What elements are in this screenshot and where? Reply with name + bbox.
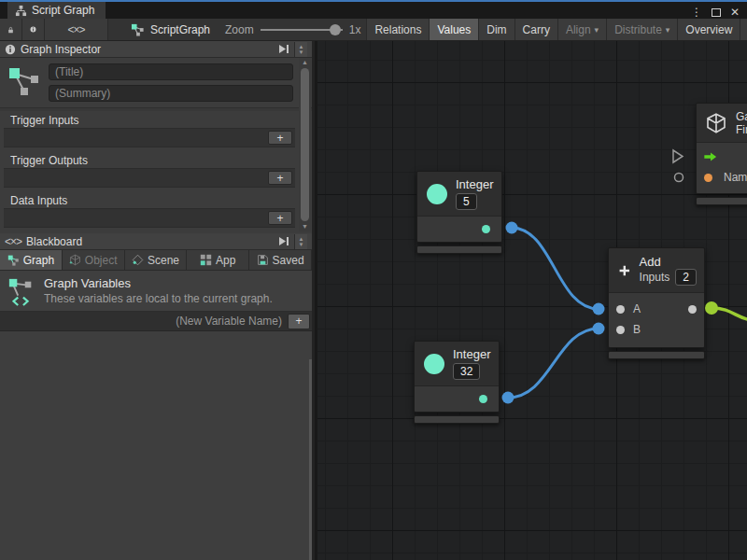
graph-reference[interactable]: ScriptGraph [121, 19, 219, 40]
node-method-label: Find [736, 123, 747, 136]
output-port-row [415, 386, 499, 412]
graph-variables-header: Graph Variables These variables are loca… [0, 271, 312, 312]
blackboard-glyph-icon: <×> [5, 235, 21, 248]
wire-add-output[interactable] [712, 308, 747, 320]
node-footer [414, 415, 500, 424]
script-graph-icon [131, 22, 145, 36]
scene-icon [132, 254, 144, 266]
input-port-b[interactable] [616, 326, 625, 334]
node-type-label: GameObject [736, 110, 747, 123]
overview-button[interactable]: Overview [677, 19, 740, 40]
add-trigger-input-button[interactable]: + [268, 131, 292, 145]
relations-label: Relations [374, 23, 421, 36]
scroll-down-icon[interactable]: ▼ [302, 222, 308, 231]
port-b-label: B [633, 323, 641, 336]
summary-input[interactable] [49, 85, 293, 102]
scrollbar-thumb[interactable] [301, 68, 309, 221]
inputs-label: Inputs [640, 271, 670, 284]
wire-int32-to-b[interactable] [508, 329, 599, 398]
wire-endpoint[interactable] [705, 301, 718, 315]
zoom-slider-handle[interactable] [330, 24, 341, 35]
align-dropdown[interactable]: Align ▾ [557, 19, 606, 40]
graph-toolbar: <×> ScriptGraph Zoom 1x Relations Values… [0, 19, 747, 41]
wire-endpoint[interactable] [506, 222, 518, 234]
graph-canvas[interactable]: Integer 5 Integer 32 [317, 41, 747, 560]
integer-output-port[interactable] [479, 395, 487, 403]
title-input[interactable] [49, 63, 293, 80]
graph-inspector-content: Trigger Inputs + Trigger Outputs + Data … [0, 58, 312, 233]
relations-toggle[interactable]: Relations [366, 19, 429, 40]
node-add[interactable]: Add Inputs 2 A B [608, 247, 705, 359]
tab-app-label: App [216, 254, 235, 267]
toolbar-toggles: Relations Values Dim Carry Align ▾ Distr… [366, 19, 747, 40]
info-icon [30, 23, 36, 35]
variables-toggle-button[interactable]: <×> [45, 19, 108, 40]
panel-cycle-arrows[interactable]: ▲ ▼ [294, 234, 307, 249]
close-icon[interactable]: ✕ [730, 6, 740, 19]
trigger-port-outline-icon[interactable] [673, 150, 683, 162]
carry-label: Carry [523, 23, 550, 36]
window-menu-icon[interactable]: ⋮ [691, 6, 702, 19]
tab-script-graph[interactable]: Script Graph [7, 2, 106, 19]
node-integer-5-header[interactable]: Integer 5 [417, 172, 501, 217]
window-tabbar: Script Graph ⋮ ✕ [0, 2, 747, 19]
wire-int5-to-a[interactable] [512, 228, 599, 309]
panel-cycle-arrows[interactable]: ▲ ▼ [294, 42, 307, 57]
chevron-down-icon: ▾ [595, 25, 599, 35]
tab-title: Script Graph [32, 4, 94, 17]
chevron-down-icon: ▾ [666, 25, 670, 35]
wire-endpoint[interactable] [502, 392, 514, 404]
variables-scrollbar[interactable] [309, 359, 312, 560]
sum-output-port[interactable] [688, 305, 697, 314]
info-button[interactable] [22, 19, 45, 40]
node-integer-5[interactable]: Integer 5 [416, 171, 502, 254]
carry-toggle[interactable]: Carry [514, 19, 557, 40]
wire-endpoint[interactable] [593, 323, 605, 335]
add-variable-button[interactable]: + [288, 314, 310, 329]
add-trigger-output-button[interactable]: + [268, 171, 292, 185]
integer-output-port[interactable] [482, 225, 490, 233]
add-data-input-button[interactable]: + [268, 211, 292, 225]
tab-saved[interactable]: Saved [249, 250, 312, 270]
tab-app[interactable]: App [187, 250, 249, 270]
dock-panel-icon[interactable] [278, 236, 289, 246]
node-gameobject-find[interactable]: GameObject Find Name [696, 103, 747, 205]
integer-value-field[interactable]: 32 [453, 363, 480, 380]
port-row-b: B [609, 319, 704, 340]
name-input-port[interactable] [704, 174, 712, 182]
graph-variables-subtitle: These variables are local to the current… [44, 292, 273, 305]
node-integer-32[interactable]: Integer 32 [414, 341, 500, 424]
tab-graph[interactable]: Graph [0, 250, 63, 270]
distribute-dropdown[interactable]: Distribute ▾ [606, 19, 677, 40]
input-port-a[interactable] [616, 305, 625, 314]
scroll-up-icon[interactable]: ▲ [302, 58, 308, 67]
tab-scene[interactable]: Scene [125, 250, 188, 270]
new-variable-row: + [0, 312, 312, 331]
lock-button[interactable] [0, 19, 22, 40]
values-toggle[interactable]: Values [429, 19, 478, 40]
blackboard-tabs: Graph Object Scene [0, 250, 312, 271]
zoom-slider[interactable] [261, 24, 343, 35]
integer-value-field[interactable]: 5 [456, 193, 477, 210]
align-label: Align [566, 23, 591, 36]
name-port-row: Name [697, 167, 747, 188]
arrow-down-icon: ▼ [299, 242, 304, 247]
info-icon [5, 44, 16, 55]
maximize-icon[interactable] [712, 8, 721, 17]
fullscreen-button[interactable]: Full Screen [740, 19, 747, 40]
tab-object[interactable]: Object [63, 250, 125, 270]
node-integer-32-header[interactable]: Integer 32 [415, 342, 499, 386]
trigger-arrow-icon[interactable] [704, 152, 717, 161]
value-port-outline-icon[interactable] [675, 174, 684, 182]
node-title: Integer [453, 347, 490, 361]
node-add-header[interactable]: Add Inputs 2 [609, 248, 704, 293]
zoom-label: Zoom [225, 23, 254, 36]
dim-toggle[interactable]: Dim [478, 19, 514, 40]
saved-floppy-icon [257, 254, 269, 266]
new-variable-input[interactable] [4, 315, 288, 328]
inputs-count-field[interactable]: 2 [675, 269, 697, 286]
dock-panel-icon[interactable] [278, 44, 289, 54]
node-gameobject-find-header[interactable]: GameObject Find [697, 104, 747, 143]
inspector-scrollbar[interactable]: ▲ ▼ [299, 58, 311, 231]
wire-endpoint[interactable] [593, 303, 605, 315]
